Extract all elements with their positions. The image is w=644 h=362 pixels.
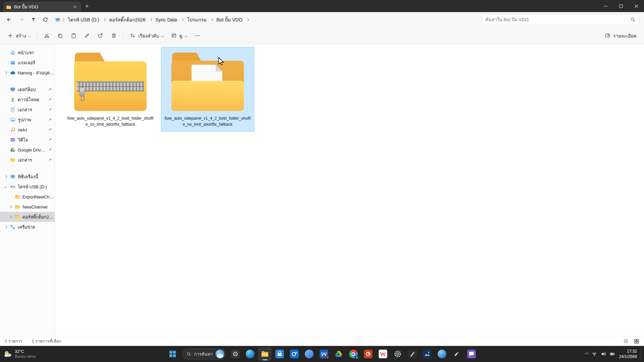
sidebar-item-gallery[interactable]: แกลเลอรี	[0, 58, 55, 68]
chrome-icon[interactable]	[346, 347, 360, 361]
minimize-icon[interactable]	[598, 0, 613, 12]
new-tab-icon[interactable]	[83, 2, 91, 10]
chevron-right-icon[interactable]	[4, 71, 7, 74]
chat-app-icon[interactable]	[465, 347, 478, 361]
close-icon[interactable]	[629, 0, 644, 12]
breadcrumb-item[interactable]: โปรแกรม	[185, 14, 209, 25]
view-button[interactable]: ดู	[168, 30, 191, 42]
quill-app-icon[interactable]	[450, 347, 463, 361]
edge-beta-icon[interactable]	[435, 347, 448, 361]
file-tile-zip[interactable]: flow_auto_sidepanel_v1_4_2_bold_folder_s…	[64, 47, 157, 132]
wifi-icon[interactable]	[592, 351, 597, 357]
sidebar-item-this-pc[interactable]: พีซีเครื่องนี้	[0, 172, 55, 182]
powerpoint-icon[interactable]	[361, 347, 375, 361]
sidebar-item-usb-drive[interactable]: ไดรฟ์ USB (D:)	[0, 182, 55, 192]
sidebar-gap	[0, 165, 55, 172]
google-drive-icon[interactable]	[332, 347, 345, 361]
copilot-icon[interactable]	[302, 347, 316, 361]
snipping-tool-icon[interactable]	[228, 347, 242, 361]
sidebar-item-videos[interactable]: วิดีโอ	[0, 135, 55, 145]
microsoft-store-icon[interactable]	[273, 347, 286, 361]
breadcrumb-item[interactable]: Bot ปั้ม VDO	[214, 14, 245, 25]
thumbnail-view-icon[interactable]	[634, 339, 639, 344]
edge-icon[interactable]	[243, 347, 257, 361]
breadcrumb-item[interactable]: คอร์สติ๊กต็อก2026	[107, 14, 148, 25]
breadcrumb-item[interactable]: Sync Data	[153, 15, 180, 24]
sidebar-item-network[interactable]: เครือข่าย	[0, 222, 55, 232]
breadcrumb-separator-icon[interactable]	[247, 19, 249, 21]
start-icon[interactable]	[166, 347, 179, 361]
sidebar-item-label: NewChannel	[22, 204, 47, 209]
pin-icon	[48, 138, 52, 142]
rename-icon[interactable]	[80, 30, 93, 42]
sidebar-item-documents[interactable]: เอกสาร	[0, 105, 55, 115]
sidebar-item-downloads[interactable]: ดาวน์โหลด	[0, 95, 55, 105]
sidebar-item-course-tiktok-2026[interactable]: คอร์สติ๊กต็อก2026	[0, 212, 55, 222]
breadcrumb-separator-icon[interactable]	[211, 19, 213, 21]
sidebar-item-onedrive[interactable]: Narong - ส่วนบุคคล	[0, 68, 55, 78]
new-button[interactable]: สร้าง	[4, 30, 34, 42]
copy-icon[interactable]	[54, 30, 66, 42]
sidebar-item-label: หน้าแรก	[18, 49, 34, 56]
sort-icon	[130, 33, 136, 39]
chevron-right-icon[interactable]	[9, 216, 12, 218]
share-icon[interactable]	[94, 30, 107, 42]
breadcrumb-separator-icon[interactable]	[150, 19, 152, 21]
toolbar-divider	[123, 32, 123, 40]
paste-icon[interactable]	[67, 30, 80, 42]
sidebar-item-music[interactable]: เพลง	[0, 125, 55, 135]
weather-widget[interactable]: 32°C มีเมฆบางส่วน	[3, 346, 36, 362]
wps-office-icon[interactable]	[376, 347, 389, 361]
pen-tool-icon[interactable]	[406, 347, 419, 361]
sidebar-item-documents-folder[interactable]: เอกสาร	[0, 155, 55, 165]
taskbar-search[interactable]: การค้นหา	[182, 348, 226, 360]
search-icon	[186, 352, 192, 357]
search-box[interactable]	[482, 14, 639, 25]
word-icon[interactable]	[317, 347, 330, 361]
cut-icon[interactable]	[40, 30, 53, 42]
sidebar-item-home[interactable]: หน้าแรก	[0, 48, 55, 58]
sidebar-item-desktop[interactable]: เดสก์ท็อป	[0, 84, 55, 95]
settings-icon[interactable]	[391, 347, 404, 361]
breadcrumb-separator-icon[interactable]	[103, 19, 105, 21]
forward-icon[interactable]	[15, 14, 27, 25]
sort-button[interactable]: เรียงลำดับ	[126, 30, 167, 42]
desktop-icon	[10, 87, 15, 92]
file-list-area[interactable]: flow_auto_sidepanel_v1_4_2_bold_folder_s…	[55, 44, 644, 336]
sidebar-item-newchannel[interactable]: NewChannel	[0, 202, 55, 212]
clock[interactable]: 17:32 24/1/2569	[619, 349, 637, 359]
maximize-icon[interactable]	[613, 0, 629, 12]
details-toggle-button[interactable]: รายละเอียด	[601, 30, 640, 42]
breadcrumb: ไดรฟ์ USB (D:) คอร์สติ๊กต็อก2026 Sync Da…	[55, 14, 481, 25]
outlook-icon[interactable]	[287, 347, 301, 361]
sidebar-item-google-drive[interactable]: Google Drive (G:)	[0, 145, 55, 155]
photos-icon[interactable]	[420, 347, 434, 361]
search-input[interactable]	[485, 17, 630, 22]
sidebar-item-label: เพลง	[18, 126, 27, 133]
up-icon[interactable]	[28, 14, 39, 25]
onedrive-icon	[10, 70, 15, 75]
file-explorer-icon[interactable]	[258, 347, 271, 361]
chevron-right-icon[interactable]	[4, 226, 7, 228]
more-icon[interactable]	[191, 30, 204, 42]
list-view-icon[interactable]	[623, 339, 629, 344]
breadcrumb-item[interactable]: ไดรฟ์ USB (D:)	[66, 14, 102, 25]
volume-icon[interactable]	[601, 351, 606, 357]
chevron-right-icon[interactable]	[9, 205, 12, 208]
sidebar-gap	[0, 78, 55, 84]
chevron-right-icon[interactable]	[4, 175, 7, 178]
hidden-icons-chevron[interactable]	[585, 352, 588, 356]
tab-close-icon[interactable]	[71, 3, 78, 11]
back-icon[interactable]	[3, 14, 15, 25]
sidebar-item-pictures[interactable]: รูปภาพ	[0, 115, 55, 125]
delete-icon[interactable]	[107, 30, 120, 42]
battery-icon[interactable]	[610, 351, 615, 357]
chevron-down-icon[interactable]	[4, 185, 7, 188]
explorer-tab[interactable]: Bot ปั้ม VDO	[3, 2, 81, 12]
search-icon[interactable]	[630, 17, 636, 22]
sidebar-item-exportnewchanel[interactable]: ExportNewChanel	[0, 192, 55, 202]
breadcrumb-separator-icon[interactable]	[181, 19, 183, 21]
refresh-icon[interactable]	[40, 14, 51, 25]
file-tile-folder-selected[interactable]: flow_auto_sidepanel_v1_4_2_bold_folder_s…	[161, 47, 254, 132]
show-desktop-edge[interactable]	[641, 347, 642, 361]
